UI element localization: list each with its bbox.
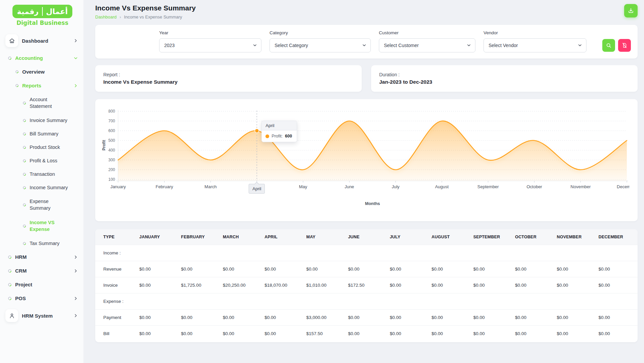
sidebar-item-pos[interactable]: POS (5, 291, 80, 305)
cell-value: $0.00 (429, 277, 471, 293)
sidebar-item-hrm[interactable]: HRM (5, 250, 80, 264)
sidebar-item-label: Project (15, 282, 32, 287)
cell-value: $0.00 (512, 277, 554, 293)
bullet-ring-icon (15, 83, 19, 88)
bullet-ring-icon (22, 145, 27, 150)
bullet-ring-icon (22, 159, 27, 163)
breadcrumb-chevron-icon: › (120, 15, 121, 19)
apply-filter-button[interactable] (602, 39, 615, 52)
sidebar-item-dashboard[interactable]: Dashboard (5, 30, 80, 51)
sidebar-item-income-vs-expense[interactable]: Income VS Expense (5, 215, 80, 237)
breadcrumb: Dashboard › Income vs Expense Summary (95, 14, 196, 19)
sidebar-item-label: POS (15, 295, 26, 301)
brand-logo-arabic: أعمال رقمية (12, 5, 73, 18)
sidebar-item-bill-summary[interactable]: Bill Summary (5, 127, 80, 140)
row-label: Revenue (95, 261, 137, 277)
column-header-june: JUNE (345, 229, 387, 245)
cell-value: $0.00 (178, 310, 220, 326)
highlighted-data-point (255, 129, 259, 133)
sidebar-item-account-statement[interactable]: Account Statement (5, 92, 80, 114)
cell-value: $0.00 (345, 310, 387, 326)
cell-value: $0.00 (596, 277, 638, 293)
chart-canvas: 800700600500400300200100JanuaryFebruaryM… (103, 107, 630, 191)
sidebar-item-label: Accounting (15, 55, 43, 61)
y-tick-label: 400 (108, 148, 115, 153)
bullet-ring-icon (22, 172, 27, 176)
column-header-type: TYPE (95, 229, 137, 245)
sidebar-item-label: Profit & Loss (30, 158, 57, 163)
cell-value: $0.00 (429, 326, 471, 342)
sidebar-item-tax-summary[interactable]: Tax Summary (5, 237, 80, 250)
cell-value: $0.00 (262, 310, 303, 326)
y-tick-label: 700 (108, 119, 115, 123)
sidebar-item-transaction[interactable]: Transaction (5, 167, 80, 181)
table-header-row: TYPEJANUARYFEBRUARYMARCHAPRILMAYJUNEJULY… (95, 229, 638, 245)
sidebar-item-overview[interactable]: Overview (5, 65, 80, 79)
cell-value: $0.00 (137, 310, 178, 326)
bullet-ring-icon (22, 203, 27, 207)
sidebar-item-label: Income VS Expense (30, 219, 62, 233)
sidebar-item-hrm-system[interactable]: HRM System (5, 305, 80, 326)
cell-value: $0.00 (387, 261, 429, 277)
sidebar-item-label: Reports (22, 83, 41, 88)
year-select[interactable]: 2023 (159, 38, 261, 52)
income-expense-table-card: TYPEJANUARYFEBRUARYMARCHAPRILMAYJUNEJULY… (95, 229, 638, 342)
breadcrumb-dashboard-link[interactable]: Dashboard (95, 14, 117, 19)
y-tick-label: 100 (108, 177, 115, 182)
chevron-right-icon (73, 38, 78, 43)
download-button[interactable] (624, 4, 638, 17)
cell-value: $0.00 (262, 261, 303, 277)
vendor-select[interactable]: Select Vendor (484, 38, 586, 52)
bullet-ring-icon (22, 224, 27, 228)
sidebar-item-expense-summary[interactable]: Expense Summary (5, 194, 80, 215)
sidebar-item-crm[interactable]: CRM (5, 264, 80, 278)
chevron-right-icon (73, 269, 78, 273)
chart-y-axis-title: Profit (102, 140, 106, 150)
sidebar-item-label: Account Statement (30, 96, 62, 110)
chart-x-label-april-highlight: April (249, 184, 265, 194)
chart-tooltip-title: April (262, 121, 297, 130)
sidebar-item-income-summary[interactable]: Income Summary (5, 181, 80, 194)
cell-value: $0.00 (429, 310, 471, 326)
table-row-invoice: Invoice$0.00$1,725.00$20,250.00$18,070.0… (95, 277, 638, 293)
sidebar-item-label: CRM (15, 268, 27, 274)
cell-value: $0.00 (512, 261, 554, 277)
area-fill (118, 121, 627, 181)
sidebar-item-label: HRM (15, 254, 27, 260)
category-select[interactable]: Select Category (270, 38, 371, 52)
profit-area-chart[interactable]: Profit 800700600500400300200100JanuaryFe… (103, 107, 630, 211)
sidebar-item-project[interactable]: Project (5, 278, 80, 291)
x-tick-label: November (571, 184, 591, 189)
duration-value: Jan-2023 to Dec-2023 (379, 79, 630, 85)
column-header-may: MAY (303, 229, 345, 245)
column-header-january: JANUARY (137, 229, 178, 245)
year-label: Year (159, 30, 261, 35)
reset-filter-button[interactable] (618, 39, 631, 52)
breadcrumb-current: Income vs Expense Summary (124, 14, 182, 19)
sidebar-item-reports[interactable]: Reports (5, 79, 80, 92)
brand-arabic-word-2: رقمية (17, 7, 39, 16)
row-label: Invoice (95, 277, 137, 293)
column-header-october: OCTOBER (512, 229, 554, 245)
cell-value: $0.00 (471, 261, 512, 277)
customer-select[interactable]: Select Customer (379, 38, 475, 52)
column-header-december: DECEMBER (596, 229, 638, 245)
sidebar-item-profit-loss[interactable]: Profit & Loss (5, 154, 80, 167)
sidebar-item-accounting[interactable]: Accounting (5, 51, 80, 65)
brand-arabic-word-1: أعمال (46, 7, 68, 16)
x-tick-label: February (155, 184, 173, 189)
cell-value: $172.50 (345, 277, 387, 293)
sidebar-item-invoice-summary[interactable]: Invoice Summary (5, 114, 80, 127)
sidebar-item-label: Dashboard (22, 38, 48, 44)
sidebar-item-product-stock[interactable]: Product Stock (5, 140, 80, 154)
cell-value: $157.50 (303, 326, 345, 342)
series-dot-icon (265, 134, 269, 138)
duration-card: Duration : Jan-2023 to Dec-2023 (371, 65, 638, 92)
sidebar-menu: DashboardAccountingOverviewReportsAccoun… (5, 30, 80, 326)
income-expense-table: TYPEJANUARYFEBRUARYMARCHAPRILMAYJUNEJULY… (95, 229, 638, 341)
cell-value: $0.00 (554, 310, 596, 326)
cell-value: $0.00 (512, 326, 554, 342)
column-header-february: FEBRUARY (178, 229, 220, 245)
y-tick-label: 800 (108, 109, 115, 114)
brand-tagline: Digital Business (5, 19, 80, 26)
